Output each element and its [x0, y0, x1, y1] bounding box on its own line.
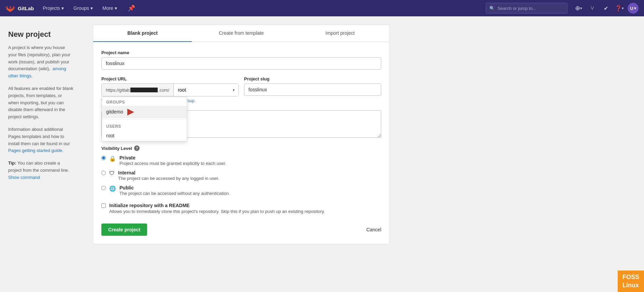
- visibility-public-text: Public The project can be accessed witho…: [119, 185, 230, 196]
- dropdown-arrow-icon: [127, 109, 134, 116]
- merge-request-button[interactable]: ⑂: [587, 3, 598, 14]
- search-icon: 🔍: [489, 6, 495, 11]
- project-name-input[interactable]: [101, 57, 381, 70]
- foss-linux-watermark: FOSS Linux: [618, 271, 644, 292]
- dropdown-item-gitdemo[interactable]: gitdemo: [102, 106, 187, 118]
- project-card: Blank project Create from template Impor…: [93, 25, 390, 244]
- gitlab-logo-icon: [5, 3, 15, 13]
- form-body: Project name Project URL https://gitlab …: [93, 42, 389, 244]
- tabs: Blank project Create from template Impor…: [93, 25, 389, 42]
- sidebar-desc-2: All features are enabled for blank proje…: [8, 85, 74, 121]
- namespace-dropdown: Groups gitdemo Users root: [102, 97, 187, 141]
- merge-request-icon: ⑂: [590, 5, 594, 12]
- main-content: Blank project Create from template Impor…: [82, 16, 644, 292]
- visibility-private-text: Private Project access must be granted e…: [119, 155, 226, 166]
- visibility-private-radio[interactable]: [101, 156, 106, 160]
- init-repo-label: Initialize repository with a README Allo…: [109, 203, 325, 214]
- navbar-icon-area: ⊕ ▾ ⑂ ✔ ❓ ▾ U ▾: [573, 3, 639, 14]
- sidebar-desc-1: A project is where you house your files …: [8, 44, 74, 80]
- visibility-internal-text: Internal The project can be accessed by …: [118, 170, 219, 181]
- help-icon: ❓: [615, 5, 622, 12]
- nav-groups[interactable]: Groups ▾: [70, 3, 96, 13]
- navbar-logo[interactable]: GitLab: [5, 3, 34, 13]
- page-container: New project A project is where you house…: [0, 16, 644, 292]
- chevron-down-icon: ▾: [115, 5, 117, 11]
- url-input-row: https://gitlab .com/ root gitdemo ▾: [101, 83, 239, 96]
- dropdown-divider: [102, 120, 187, 120]
- project-slug-label: Project slug: [244, 76, 381, 81]
- dropdown-users-label: Users: [102, 121, 187, 130]
- url-prefix: https://gitlab .com/: [102, 84, 174, 96]
- init-repo-row: Initialize repository with a README Allo…: [101, 203, 381, 214]
- form-actions: Create project Cancel: [101, 221, 381, 236]
- project-slug-input[interactable]: [244, 83, 381, 96]
- chevron-down-icon: ▾: [622, 6, 624, 11]
- new-item-button[interactable]: ⊕ ▾: [573, 3, 584, 14]
- cancel-button[interactable]: Cancel: [366, 224, 381, 236]
- globe-icon: 🌐: [109, 185, 116, 192]
- avatar-initials: U: [630, 6, 633, 11]
- chevron-down-icon: ▾: [61, 5, 64, 11]
- todo-button[interactable]: ✔: [600, 3, 611, 14]
- visibility-label: Visibility Level ?: [101, 145, 381, 151]
- pages-guide-link[interactable]: Pages getting started guide.: [8, 148, 63, 153]
- visibility-public: 🌐 Public The project can be accessed wit…: [101, 185, 381, 196]
- plus-icon: ⊕: [575, 4, 580, 12]
- page-title: New project: [8, 30, 74, 39]
- tab-create-from-template[interactable]: Create from template: [192, 25, 290, 42]
- url-namespace-select-wrapper: root gitdemo ▾: [174, 84, 238, 96]
- nav-projects[interactable]: Projects ▾: [40, 3, 68, 13]
- project-name-label: Project name: [101, 50, 381, 55]
- todo-icon: ✔: [604, 5, 608, 12]
- chevron-down-icon: ▾: [580, 6, 582, 11]
- user-avatar[interactable]: U ▾: [628, 3, 639, 14]
- project-url-label: Project URL: [101, 76, 239, 81]
- shield-icon: 🛡: [109, 170, 115, 176]
- gitlab-wordmark: GitLab: [18, 5, 34, 11]
- dropdown-groups-label: Groups: [102, 97, 187, 106]
- nav-more[interactable]: More ▾: [99, 3, 120, 13]
- visibility-public-radio[interactable]: [101, 186, 106, 190]
- sidebar-desc-3: Information about additional Pages templ…: [8, 126, 74, 154]
- url-slug-row: Project URL https://gitlab .com/ root gi: [101, 76, 381, 103]
- navbar-search[interactable]: 🔍 Search or jump to...: [486, 3, 568, 14]
- create-project-button[interactable]: Create project: [101, 224, 147, 236]
- chevron-down-icon: ▾: [90, 5, 93, 11]
- visibility-group: Visibility Level ? 🔒 Private Project acc…: [101, 145, 381, 196]
- url-namespace-select[interactable]: root gitdemo: [174, 84, 238, 96]
- visibility-private: 🔒 Private Project access must be granted…: [101, 155, 381, 166]
- project-slug-group: Project slug: [244, 76, 381, 96]
- sidebar-tip: Tip: You can also create a project from …: [8, 160, 74, 181]
- init-repo-checkbox[interactable]: [101, 203, 106, 208]
- chevron-down-icon: ▾: [634, 6, 636, 11]
- visibility-internal-radio[interactable]: [101, 171, 106, 175]
- navbar: GitLab Projects ▾ Groups ▾ More ▾ 📌 🔍 Se…: [0, 0, 644, 16]
- project-name-group: Project name: [101, 50, 381, 70]
- tab-blank-project[interactable]: Blank project: [93, 25, 192, 42]
- help-button[interactable]: ❓ ▾: [614, 3, 625, 14]
- search-placeholder: Search or jump to...: [498, 6, 536, 11]
- project-url-group: Project URL https://gitlab .com/ root gi: [101, 76, 239, 103]
- show-command-link[interactable]: Show command: [8, 175, 40, 180]
- dropdown-item-root[interactable]: root: [102, 130, 187, 141]
- lock-icon: 🔒: [109, 155, 116, 162]
- visibility-internal: 🛡 Internal The project can be accessed b…: [101, 170, 381, 181]
- redacted-block: [130, 88, 158, 92]
- sidebar: New project A project is where you house…: [0, 16, 82, 292]
- tab-import-project[interactable]: Import project: [291, 25, 389, 42]
- nav-pin-button[interactable]: 📌: [126, 3, 137, 14]
- visibility-help-icon[interactable]: ?: [134, 145, 140, 151]
